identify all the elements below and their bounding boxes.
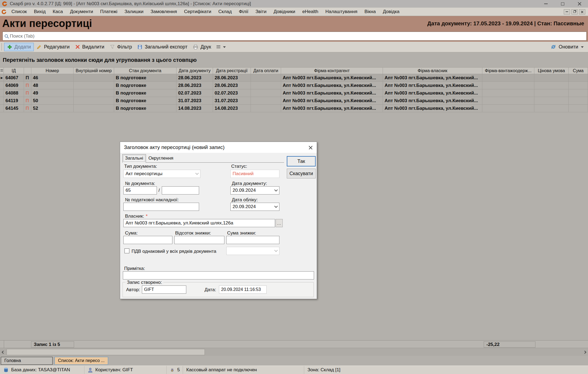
discount-sum-input[interactable] (226, 236, 279, 244)
column-header[interactable]: Фірма-власник (383, 68, 482, 74)
application-window: Скарб pro v. 4.0.2.77 [ІД: 969] - [Апт №… (0, 0, 588, 374)
menu-item[interactable]: Налаштування (322, 9, 361, 14)
discount-pct-input[interactable] (174, 236, 224, 244)
column-header[interactable]: Сума (569, 68, 588, 74)
scroll-left-button[interactable] (0, 348, 7, 356)
menu-item[interactable]: Довідка (379, 9, 403, 14)
menu-item[interactable]: Довідники (270, 9, 299, 14)
edit-button[interactable]: Редагувати (34, 43, 72, 51)
column-header[interactable]: Стан документа (114, 68, 176, 74)
maximize-icon (561, 2, 564, 5)
refresh-button[interactable]: Оновити (550, 44, 585, 50)
export-button[interactable]: Загальний експорт (135, 43, 190, 51)
menu-item[interactable]: Вікна (361, 9, 379, 14)
mdi-close-button[interactable] (579, 9, 585, 14)
table-row[interactable]: 64119П50В подготовке31.07.202331.07.2023… (0, 97, 588, 105)
tax-no-input[interactable] (123, 203, 199, 211)
column-header[interactable]: Цінова умова (534, 68, 569, 74)
search-input[interactable] (10, 32, 586, 40)
sum-input[interactable] (123, 236, 172, 244)
row-selector-cell (0, 105, 4, 112)
cell-internal (74, 82, 114, 89)
dialog-close-button[interactable] (304, 142, 317, 153)
owner-lookup-button[interactable]: ... (276, 219, 283, 227)
mdi-restore-button[interactable] (571, 9, 578, 14)
vat-checkbox[interactable] (124, 248, 129, 253)
column-header[interactable]: ІД (4, 68, 24, 74)
column-header[interactable]: Фірма-вантажоодерж... (482, 68, 534, 74)
page-title: Акти пересортиці (2, 18, 92, 29)
note-input[interactable] (123, 271, 314, 279)
user-icon (88, 367, 93, 373)
menu-item[interactable]: Склад (215, 9, 235, 14)
scroll-right-button[interactable] (581, 348, 588, 356)
ok-button[interactable]: Так (287, 156, 316, 166)
search-box[interactable] (2, 32, 587, 41)
menu-item[interactable]: Сертифікати (181, 9, 215, 14)
menu-item[interactable]: Замовлення (147, 9, 181, 14)
search-icon (5, 34, 8, 38)
close-button[interactable] (571, 0, 588, 8)
column-header[interactable]: Дата документу (176, 68, 213, 74)
cell-flag: П (24, 89, 31, 97)
doc-date-select[interactable]: 20.09.2024 (230, 186, 279, 194)
column-header[interactable]: Номер (31, 68, 74, 74)
column-header[interactable]: Дата реєстрації (213, 68, 251, 74)
menu-item[interactable]: Документи (66, 9, 97, 14)
column-header[interactable]: Внутрішній номер (74, 68, 114, 74)
minimize-button[interactable] (537, 0, 554, 8)
cell-sum (569, 105, 588, 112)
table-row[interactable]: 64069П48В подготовке28.06.202328.06.2023… (0, 82, 588, 89)
cancel-button[interactable]: Скасувати (287, 169, 316, 178)
cell-doc_date: 02.07.2023 (176, 89, 213, 97)
menu-item[interactable]: Вихід (31, 9, 49, 14)
horizontal-scrollbar[interactable] (0, 348, 588, 356)
doc-no-suffix-input[interactable] (162, 186, 199, 194)
print-button[interactable]: Друк (190, 43, 214, 51)
author-label: Автор: (126, 287, 140, 293)
vat-checkbox-label: ПДВ однаковий у всіх рядків документа (132, 249, 216, 254)
filter-button[interactable]: Фільтр (107, 43, 135, 51)
table-row[interactable]: ►64067П46В подготовке28.06.202328.06.202… (0, 74, 588, 82)
menu-item[interactable]: eHealth (299, 9, 322, 14)
cell-flag: П (24, 82, 31, 89)
menu-item[interactable]: Філії (235, 9, 252, 14)
doc-date-label: Дата документу: (232, 181, 267, 186)
table-row[interactable]: 64088П49В подготовке02.07.202302.07.2023… (0, 89, 588, 97)
status-field: Пасивний (230, 170, 279, 178)
columns-menu-button[interactable] (214, 44, 230, 50)
window-tab[interactable]: Головна (1, 357, 53, 365)
menu-item[interactable]: Каса (49, 9, 66, 14)
add-button[interactable]: Додати (4, 43, 34, 51)
delete-button[interactable]: Видалити (72, 43, 107, 51)
maximize-button[interactable] (554, 0, 571, 8)
doc-no-input[interactable] (123, 186, 157, 194)
column-header[interactable]: Фірма-контрагент (281, 68, 383, 74)
menu-item[interactable]: Список (8, 9, 31, 14)
menu-item[interactable]: Звіти (252, 9, 270, 14)
cell-sum (569, 82, 588, 89)
cell-state: В подготовке (114, 97, 176, 104)
acc-date-select[interactable]: 20.09.2024 (230, 203, 279, 211)
tab-rounding[interactable]: Округлення (146, 154, 176, 162)
scrollbar-thumb[interactable] (7, 349, 205, 355)
column-header[interactable]: Дата оплати (251, 68, 281, 74)
author-field[interactable]: GIFT (142, 285, 186, 294)
sum-label: Сума: (125, 230, 138, 236)
window-tab-active[interactable]: Список: Акти пересо ... (54, 357, 108, 365)
menu-item[interactable]: Залишки (121, 9, 147, 14)
menu-item[interactable]: Платежі (97, 9, 121, 14)
owner-field[interactable]: Апт №003 пгт.Барышевка, ул.Киевский шлях… (123, 219, 275, 227)
grid-body: ►64067П46В подготовке28.06.202328.06.202… (0, 74, 588, 112)
vat-rate-select[interactable] (226, 247, 279, 255)
cell-state: В подготовке (114, 105, 176, 112)
doc-type-select[interactable]: Акт пересортицы (123, 170, 200, 178)
tab-general[interactable]: Загальні (122, 154, 146, 163)
pencil-icon (36, 44, 42, 50)
filter-button-label: Фільтр (117, 44, 132, 50)
table-row[interactable]: 64145П52В подготовке14.08.202314.08.2023… (0, 105, 588, 112)
cell-pay_date (251, 89, 281, 97)
minimize-icon (544, 4, 548, 4)
column-header[interactable] (24, 68, 31, 74)
mdi-minimize-button[interactable] (564, 9, 570, 14)
